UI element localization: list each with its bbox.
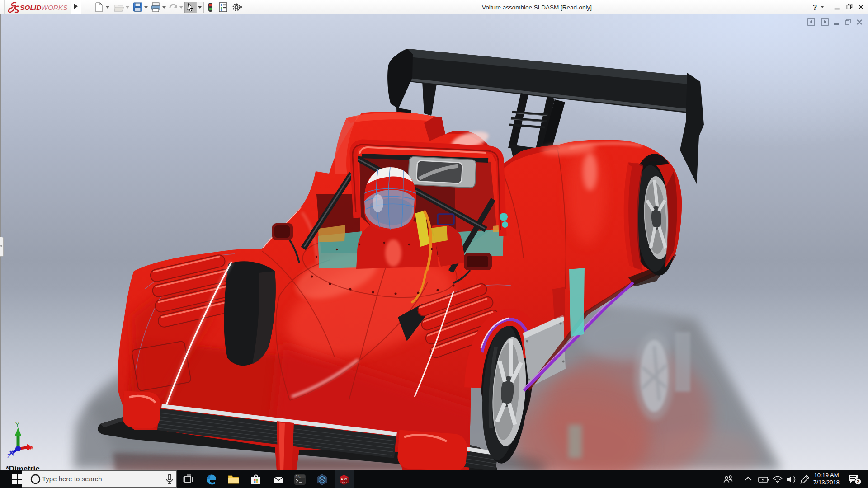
svg-text:?: ? <box>813 4 817 11</box>
svg-text:2: 2 <box>857 479 859 484</box>
svg-text:WORKS: WORKS <box>41 4 68 11</box>
svg-text:X: X <box>30 445 34 451</box>
svg-text:W: W <box>344 477 347 480</box>
svg-text:Z: Z <box>7 453 11 460</box>
svg-text:Y: Y <box>15 421 19 428</box>
svg-text:C:\_: C:\_ <box>296 475 301 478</box>
svg-text:2017: 2017 <box>341 481 347 484</box>
svg-text:SOLID: SOLID <box>20 4 41 11</box>
svg-text:S: S <box>341 477 343 480</box>
